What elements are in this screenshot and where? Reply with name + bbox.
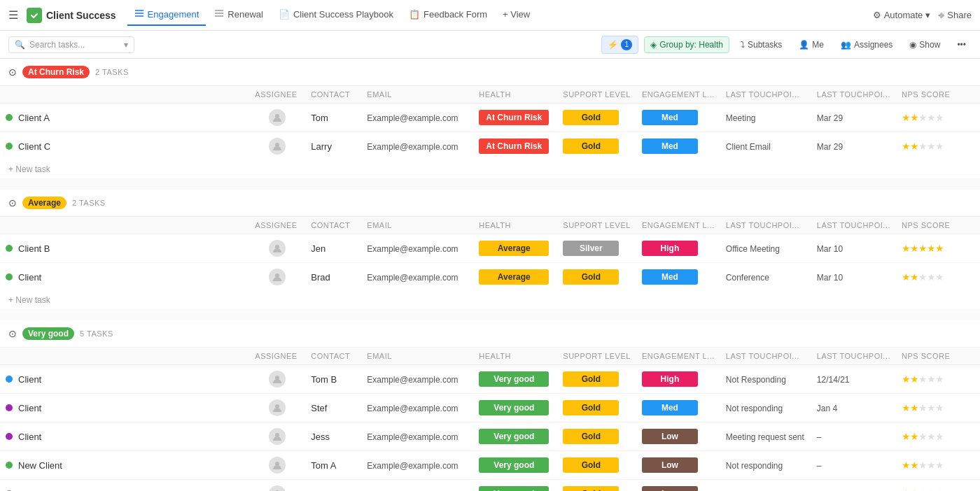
touchpoint1-value: Client Email [726, 142, 771, 152]
hamburger-icon[interactable]: ☰ [8, 8, 18, 22]
search-placeholder: Search tasks... [29, 40, 85, 50]
contact-cell: Jen [305, 234, 361, 263]
engagement-cell: Low [636, 451, 720, 480]
contact-name: Larry [311, 141, 332, 152]
tab-playbook-label: Client Success Playbook [293, 9, 393, 20]
automate-icon: ⚙ [873, 10, 881, 20]
touchpoint1-cell: Client Email [720, 132, 811, 161]
table-verygood: ASSIGNEE CONTACT EMAIL HEALTH SUPPORT LE… [0, 348, 980, 491]
col-header-assignee: ASSIGNEE [249, 217, 305, 234]
group-by-button[interactable]: ◈ Group by: Health [644, 36, 729, 53]
nps-stars: ★★★★★ [902, 243, 944, 254]
table-row: Test Jessica B Example@example.com Very … [0, 480, 980, 492]
task-name-label: Client A [18, 113, 50, 123]
touchpoint2-cell: Mar 29 [811, 132, 896, 161]
engagement-cell: High [636, 234, 720, 263]
col-header-support: SUPPORT LEVEL [557, 86, 636, 104]
avatar [269, 457, 286, 474]
table-churn: ASSIGNEE CONTACT EMAIL HEALTH SUPPORT LE… [0, 86, 980, 160]
touchpoint1-cell: Not responding [720, 480, 811, 492]
task-name-cell[interactable]: Client C [0, 132, 249, 161]
me-button[interactable]: 👤 Me [793, 37, 830, 52]
section-header-verygood: ⊙ Very good 5 TASKS [0, 320, 980, 348]
subtasks-label: Subtasks [748, 40, 782, 50]
tab-add-view[interactable]: + View [496, 5, 537, 25]
automate-chevron-icon: ▾ [925, 10, 930, 20]
tab-engagement-label: Engagement [148, 9, 200, 20]
section-toggle-average[interactable]: ⊙ [8, 197, 17, 208]
assignee-cell [249, 394, 305, 422]
tab-playbook[interactable]: 📄 Client Success Playbook [272, 5, 400, 25]
email-value: Example@example.com [367, 273, 458, 283]
task-name-cell[interactable]: Client [0, 394, 249, 422]
health-cell: Very good [473, 394, 557, 422]
assignee-cell [249, 132, 305, 161]
task-name-cell[interactable]: New Client [0, 451, 249, 480]
col-header-health: HEALTH [473, 86, 557, 104]
email-value: Example@example.com [367, 432, 458, 442]
share-label: Share [947, 10, 972, 20]
email-cell: Example@example.com [361, 104, 473, 132]
support-cell: Gold [557, 104, 636, 132]
touchpoint1-cell: Not responding [720, 451, 811, 480]
touchpoint1-value: Meeting [726, 113, 756, 123]
col-header-assignee: ASSIGNEE [249, 348, 305, 365]
engagement-badge: Med [642, 269, 698, 285]
touchpoint1-cell: Meeting request sent [720, 422, 811, 451]
task-name-cell[interactable]: Client A [0, 104, 249, 132]
touchpoint2-cell: – [811, 422, 896, 451]
nps-cell: ★★★★★ [896, 422, 980, 451]
health-badge: Very good [479, 371, 549, 387]
assignee-cell [249, 422, 305, 451]
task-name-cell[interactable]: Test [0, 480, 249, 492]
health-cell: Very good [473, 422, 557, 451]
subtasks-button[interactable]: ⤵ Subtasks [735, 37, 788, 52]
filter-icon: ⚡ [608, 40, 618, 50]
assignees-icon: 👥 [841, 40, 851, 50]
share-button[interactable]: ⎆ Share [939, 10, 972, 20]
section-toggle-verygood[interactable]: ⊙ [8, 328, 17, 339]
tab-feedback[interactable]: 📋 Feedback Form [402, 5, 494, 25]
task-dot [6, 462, 13, 469]
support-cell: Gold [557, 365, 636, 394]
more-options-button[interactable]: ••• [951, 37, 972, 52]
engagement-cell: Med [636, 394, 720, 422]
assignee-cell [249, 365, 305, 394]
support-badge: Gold [563, 138, 619, 154]
email-cell: Example@example.com [361, 480, 473, 492]
col-header-nps: NPS SCORE [896, 86, 980, 104]
task-dot [6, 376, 13, 383]
new-task-average[interactable]: + New task [0, 291, 980, 309]
main-content: ⊙ At Churn Risk 2 TASKS ASSIGNEE CONTACT… [0, 59, 980, 491]
task-name-cell[interactable]: Client B [0, 234, 249, 263]
email-cell: Example@example.com [361, 132, 473, 161]
assignees-button[interactable]: 👥 Assignees [835, 37, 898, 52]
contact-name: Brad [311, 272, 330, 283]
subtasks-icon: ⤵ [741, 40, 745, 50]
contact-cell: Jess [305, 422, 361, 451]
touchpoint2-cell: – [811, 451, 896, 480]
tab-renewal[interactable]: Renewal [207, 4, 270, 26]
nav-tabs: Engagement Renewal 📄 Client Success Play… [127, 4, 869, 26]
col-header-name [0, 348, 249, 365]
col-header-engagement: ENGAGEMENT L... [636, 86, 720, 104]
tab-engagement[interactable]: Engagement [127, 4, 206, 26]
section-toggle-churn[interactable]: ⊙ [8, 66, 17, 78]
task-name-cell[interactable]: Client [0, 422, 249, 451]
show-button[interactable]: ◉ Show [904, 37, 946, 52]
table-average: ASSIGNEE CONTACT EMAIL HEALTH SUPPORT LE… [0, 217, 980, 291]
nps-cell: ★★★★★ [896, 104, 980, 132]
task-name-label: Client B [18, 243, 50, 254]
support-cell: Silver [557, 234, 636, 263]
new-task-churn[interactable]: + New task [0, 160, 980, 178]
nps-cell: ★★★★★ [896, 365, 980, 394]
contact-cell: Tom A [305, 451, 361, 480]
task-name-cell[interactable]: Client [0, 365, 249, 394]
filter-button[interactable]: ⚡ 1 [601, 36, 638, 54]
col-header-name [0, 217, 249, 234]
table-row: Client C Larry Example@example.com At Ch… [0, 132, 980, 161]
search-box[interactable]: 🔍 Search tasks... ▾ [8, 36, 134, 53]
automate-button[interactable]: ⚙ Automate ▾ [873, 10, 931, 20]
col-header-nps: NPS SCORE [896, 217, 980, 234]
task-name-cell[interactable]: Client [0, 263, 249, 292]
